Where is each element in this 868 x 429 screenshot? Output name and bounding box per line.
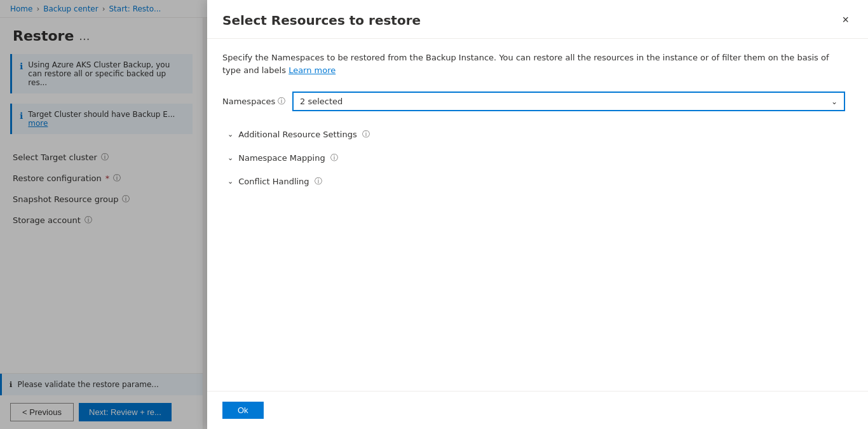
modal-footer: Ok [207, 391, 868, 429]
conflict-handling-label: Conflict Handling [238, 177, 309, 186]
conflict-handling-info: ⓘ [315, 176, 322, 187]
additional-resource-settings-section: ⌄ Additional Resource Settings ⓘ [227, 124, 853, 145]
modal-title: Select Resources to restore [222, 18, 421, 28]
chevron-icon-3: ⌄ [227, 177, 233, 186]
modal-panel: Select Resources to restore × Specify th… [207, 18, 868, 429]
conflict-handling-header[interactable]: ⌄ Conflict Handling ⓘ [227, 171, 853, 192]
chevron-down-icon: ⌄ [831, 97, 837, 106]
namespace-mapping-label: Namespace Mapping [238, 153, 325, 163]
namespaces-dropdown[interactable]: 2 selected ⌄ [292, 92, 845, 111]
additional-resource-settings-header[interactable]: ⌄ Additional Resource Settings ⓘ [227, 124, 853, 145]
additional-resource-info: ⓘ [362, 129, 370, 140]
chevron-icon-1: ⌄ [227, 130, 233, 139]
additional-resource-label: Additional Resource Settings [238, 130, 356, 139]
namespace-mapping-info: ⓘ [330, 153, 338, 163]
namespace-mapping-section: ⌄ Namespace Mapping ⓘ [227, 147, 853, 168]
chevron-icon-2: ⌄ [227, 154, 233, 162]
learn-more-link[interactable]: Learn more [288, 65, 336, 75]
namespace-mapping-header[interactable]: ⌄ Namespace Mapping ⓘ [227, 147, 853, 168]
modal-header: Select Resources to restore × [207, 18, 868, 39]
conflict-handling-section: ⌄ Conflict Handling ⓘ [227, 171, 853, 192]
namespaces-label: Namespaces ⓘ [222, 96, 286, 107]
modal-description: Specify the Namespaces to be restored fr… [222, 51, 832, 76]
namespaces-field: Namespaces ⓘ 2 selected ⌄ [222, 92, 853, 111]
modal-body: Specify the Namespaces to be restored fr… [207, 39, 868, 391]
ok-button[interactable]: Ok [222, 402, 264, 419]
namespaces-value: 2 selected [300, 97, 342, 106]
modal-close-button[interactable]: × [838, 18, 853, 27]
namespaces-info-icon: ⓘ [278, 96, 285, 107]
